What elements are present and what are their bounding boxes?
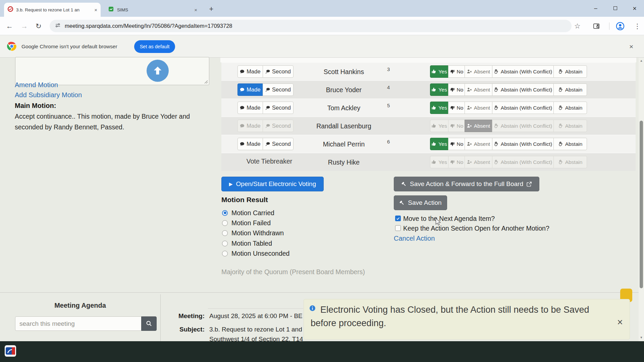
profile-avatar[interactable]	[616, 17, 625, 35]
up-arrow-icon	[152, 65, 164, 77]
news-widget-icon[interactable]	[5, 345, 16, 358]
window-minimize-button[interactable]: –	[589, 3, 602, 13]
no-button[interactable]: No	[448, 65, 465, 78]
scroll-to-top-button[interactable]	[147, 60, 169, 82]
back-icon[interactable]: ←	[6, 17, 13, 35]
tab1-close-icon[interactable]: ×	[94, 7, 97, 13]
window-maximize-button[interactable]	[608, 3, 622, 13]
open-electronic-voting-button[interactable]: ▶ Open/Start Electronic Voting	[221, 177, 324, 191]
keep-open-checkbox[interactable]	[395, 225, 401, 231]
meeting-info-topline	[208, 308, 303, 309]
made-second-group: Made Second	[237, 138, 293, 150]
window-close-button[interactable]: ×	[628, 3, 641, 13]
yes-button[interactable]: Yes	[430, 138, 448, 150]
made-button[interactable]: Made	[237, 120, 263, 132]
keep-open-label[interactable]: Keep the Action Section Open for Another…	[403, 225, 549, 232]
made-button[interactable]: Made	[237, 83, 263, 96]
made-button[interactable]: Made	[237, 102, 263, 114]
second-button[interactable]: Second	[263, 65, 293, 78]
url-text: meeting.sparqdata.com/Meeting/In/705086/…	[65, 23, 232, 29]
tab-rezone-request[interactable]: 3.b. Request to rezone Lot 1 an ×	[4, 3, 101, 17]
second-button[interactable]: Second	[263, 120, 293, 132]
no-button[interactable]: No	[448, 102, 465, 114]
abstain-conflict-button[interactable]: Abstain (With Conflict)	[492, 65, 554, 78]
radio-icon[interactable]	[222, 210, 228, 216]
abstain-conflict-button[interactable]: Abstain (With Conflict)	[492, 102, 554, 114]
move-next-checkbox[interactable]	[395, 216, 401, 221]
save-and-forward-button[interactable]: Save Action & Forward to the Full Board	[394, 177, 539, 191]
abstain-button[interactable]: Abstain	[553, 156, 587, 168]
abstain-button[interactable]: Abstain	[553, 83, 587, 96]
second-button[interactable]: Second	[263, 102, 293, 114]
motion-result-option[interactable]: Motion Unseconded	[222, 249, 289, 259]
save-action-button[interactable]: Save Action	[394, 195, 447, 210]
scrollbar-thumb[interactable]	[640, 121, 643, 288]
cancel-action-link[interactable]: Cancel Action	[394, 235, 435, 242]
made-button[interactable]: Made	[237, 138, 263, 150]
no-button[interactable]: No	[448, 138, 465, 150]
radio-icon[interactable]	[222, 230, 228, 236]
toolbar-divider	[609, 17, 609, 35]
absent-button[interactable]: Absent	[465, 120, 492, 132]
meeting-value: August 28, 2025 at 6:00 PM - BE	[209, 312, 303, 320]
yes-button[interactable]: Yes	[430, 65, 448, 78]
yes-button[interactable]: Yes	[430, 102, 448, 114]
yes-button[interactable]: Yes	[430, 156, 448, 168]
abstain-button[interactable]: Abstain	[553, 138, 587, 150]
abstain-conflict-button[interactable]: Abstain (With Conflict)	[492, 83, 554, 96]
vote-order-number: 5	[387, 103, 390, 108]
add-subsidiary-motion-link[interactable]: Add Subsidiary Motion	[15, 91, 82, 99]
no-button[interactable]: No	[448, 156, 465, 168]
agenda-search-input[interactable]	[15, 316, 142, 331]
bottom-vertical-divider	[160, 294, 161, 341]
motion-result-option[interactable]: Motion Withdrawn	[222, 228, 289, 238]
new-tab-button[interactable]: +	[206, 4, 217, 15]
reload-icon[interactable]: ↻	[36, 17, 42, 35]
absent-button[interactable]: Absent	[465, 138, 492, 150]
radio-label: Motion Carried	[231, 209, 274, 217]
radio-icon[interactable]	[222, 251, 228, 256]
no-button[interactable]: No	[448, 83, 465, 96]
side-panel-search-icon[interactable]	[593, 17, 600, 35]
abstain-button[interactable]: Abstain	[553, 120, 587, 132]
motion-result-option[interactable]: Motion Tabled	[222, 238, 289, 248]
address-bar[interactable]: meeting.sparqdata.com/Meeting/In/705086/…	[50, 20, 572, 32]
motion-result-option[interactable]: Motion Failed	[222, 218, 289, 228]
yes-button[interactable]: Yes	[430, 120, 448, 132]
desktop-screen: 3.b. Request to rezone Lot 1 an × SIMS ×…	[0, 0, 644, 362]
second-button[interactable]: Second	[263, 138, 293, 150]
tab2-close-icon[interactable]: ×	[194, 7, 197, 13]
scrollbar-up-icon[interactable]: ▲	[639, 59, 644, 62]
scrollbar-down-icon[interactable]: ▼	[639, 336, 644, 339]
move-next-label[interactable]: Move to the Next Agenda Item?	[403, 215, 495, 223]
site-settings-icon[interactable]	[55, 22, 61, 29]
abstain-conflict-button[interactable]: Abstain (With Conflict)	[492, 138, 554, 150]
tab-sims[interactable]: SIMS ×	[104, 3, 201, 17]
vote-buttons-group: YesNoAbsentAbstain (With Conflict)Abstai…	[430, 65, 587, 78]
amend-motion-link[interactable]: Amend Motion	[15, 81, 58, 89]
radio-icon[interactable]	[222, 220, 228, 226]
main-motion-text: Accept continuance.. This motion, made b…	[15, 111, 203, 132]
menu-dots-icon[interactable]: ⋮	[634, 17, 641, 35]
forward-icon[interactable]: →	[21, 17, 28, 35]
absent-button[interactable]: Absent	[465, 156, 492, 168]
abstain-conflict-button[interactable]: Abstain (With Conflict)	[492, 120, 554, 132]
second-button[interactable]: Second	[263, 83, 293, 96]
absent-button[interactable]: Absent	[465, 102, 492, 114]
no-button[interactable]: No	[448, 120, 465, 132]
yes-button[interactable]: Yes	[430, 83, 448, 96]
set-as-default-button[interactable]: Set as default	[134, 40, 175, 53]
abstain-button[interactable]: Abstain	[553, 65, 587, 78]
notification-close-icon[interactable]: ×	[617, 317, 623, 328]
absent-button[interactable]: Absent	[465, 83, 492, 96]
absent-button[interactable]: Absent	[465, 65, 492, 78]
radio-icon[interactable]	[222, 241, 228, 246]
bookmark-star-icon[interactable]: ☆	[574, 17, 581, 35]
abstain-button[interactable]: Abstain	[553, 102, 587, 114]
abstain-conflict-button[interactable]: Abstain (With Conflict)	[492, 156, 554, 168]
resize-handle-icon[interactable]	[204, 80, 208, 84]
motion-result-option[interactable]: Motion Carried	[222, 208, 289, 218]
made-button[interactable]: Made	[237, 65, 263, 78]
agenda-search-button[interactable]	[141, 316, 157, 331]
banner-close-icon[interactable]: ×	[629, 35, 633, 58]
